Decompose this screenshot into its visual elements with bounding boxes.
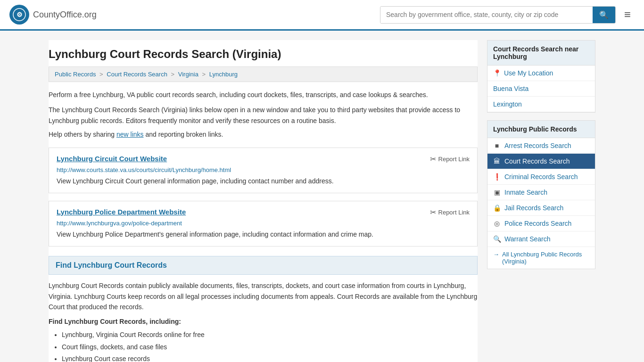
sidebar-nearby-title: Court Records Search near Lynchburg — [487, 41, 595, 66]
link-card-title-2[interactable]: Lynchburg Police Department Website — [57, 208, 186, 216]
nearby-buena-vista[interactable]: Buena Vista — [487, 81, 595, 97]
share-new-links[interactable]: new links — [116, 131, 144, 138]
bullet-list: Lynchburg, Virginia Court Records online… — [49, 329, 478, 362]
logo-area: ⚙ CountyOffice.org — [9, 5, 97, 25]
breadcrumb-sep-1: > — [99, 71, 105, 78]
link-card-title-1[interactable]: Lynchburg Circuit Court Website — [57, 155, 167, 163]
link-card-header-1: Lynchburg Circuit Court Website ✂ Report… — [57, 155, 470, 164]
jail-records-icon: 🔒 — [493, 204, 501, 212]
logo-suffix: .org — [82, 10, 97, 19]
bullet-2: Court filings, dockets, and case files — [62, 341, 478, 353]
link-card-police-dept: Lynchburg Police Department Website ✂ Re… — [49, 201, 478, 247]
arrest-records-icon: ■ — [493, 142, 501, 149]
sidebar-item-police-records[interactable]: ◎ Police Records Search — [487, 216, 595, 231]
bullet-1: Lynchburg, Virginia Court Records online… — [62, 329, 478, 341]
logo-name: CountyOffice — [33, 10, 82, 19]
all-records-link[interactable]: → All Lynchburg Public Records (Virginia… — [487, 247, 595, 269]
link-url-1[interactable]: http://www.courts.state.va.us/courts/cir… — [57, 166, 470, 173]
sidebar-item-arrest-records[interactable]: ■ Arrest Records Search — [487, 138, 595, 154]
report-link-1[interactable]: ✂ Report Link — [430, 155, 470, 164]
logo-text: CountyOffice.org — [33, 10, 97, 20]
breadcrumb-sep-3: > — [202, 71, 207, 78]
all-records-label: All Lynchburg Public Records (Virginia) — [502, 251, 589, 265]
sidebar: Court Records Search near Lynchburg 📍 Us… — [487, 40, 595, 362]
sidebar-item-inmate-search[interactable]: ▣ Inmate Search — [487, 185, 595, 200]
use-location-label: Use My Location — [504, 69, 553, 77]
report-link-2[interactable]: ✂ Report Link — [430, 208, 470, 217]
sidebar-nearby-section: Court Records Search near Lynchburg 📍 Us… — [487, 40, 595, 113]
all-records-arrow-icon: → — [493, 251, 499, 258]
share-prefix: Help others by sharing — [49, 131, 116, 138]
inmate-search-label: Inmate Search — [504, 189, 547, 196]
find-section-header: Find Lynchburg Court Records — [49, 256, 478, 275]
page-title: Lynchburg Court Records Search (Virginia… — [49, 40, 478, 66]
inmate-search-icon: ▣ — [493, 189, 501, 196]
court-records-icon: 🏛 — [493, 157, 501, 165]
description-1: Perform a free Lynchburg, VA public cour… — [49, 90, 478, 100]
breadcrumb-public-records[interactable]: Public Records — [55, 71, 96, 78]
nearby-lexington[interactable]: Lexington — [487, 97, 595, 112]
arrest-records-label: Arrest Records Search — [504, 142, 571, 149]
link-card-circuit-court: Lynchburg Circuit Court Website ✂ Report… — [49, 148, 478, 193]
police-records-icon: ◎ — [493, 220, 501, 227]
search-bar: 🔍 — [380, 6, 616, 24]
report-label-1: Report Link — [438, 156, 470, 163]
search-button[interactable]: 🔍 — [593, 7, 615, 23]
warrant-search-icon: 🔍 — [493, 235, 501, 243]
logo-icon: ⚙ — [9, 5, 29, 25]
report-label-2: Report Link — [438, 209, 470, 216]
police-records-label: Police Records Search — [504, 220, 571, 227]
share-suffix: and reporting broken links. — [144, 131, 223, 138]
location-pin-icon: 📍 — [493, 69, 501, 77]
bullet-3: Lynchburg Court case records — [62, 353, 478, 362]
sidebar-item-criminal-records[interactable]: ❗ Criminal Records Search — [487, 169, 595, 185]
find-section-description: Lynchburg Court Records contain publicly… — [49, 280, 478, 312]
breadcrumb-virginia[interactable]: Virginia — [178, 71, 198, 78]
report-icon-2: ✂ — [430, 208, 436, 217]
jail-records-label: Jail Records Search — [504, 204, 563, 212]
description-2: The Lynchburg Court Records Search (Virg… — [49, 105, 478, 126]
use-my-location[interactable]: 📍 Use My Location — [487, 66, 595, 81]
sidebar-public-records-title: Lynchburg Public Records — [487, 121, 595, 138]
link-card-header-2: Lynchburg Police Department Website ✂ Re… — [57, 208, 470, 217]
breadcrumb-court-records-search[interactable]: Court Records Search — [107, 71, 167, 78]
link-url-2[interactable]: http://www.lynchburgva.gov/police-depart… — [57, 220, 470, 227]
court-records-label: Court Records Search — [504, 157, 570, 165]
site-header: ⚙ CountyOffice.org 🔍 ≡ — [0, 0, 644, 31]
svg-text:⚙: ⚙ — [17, 11, 23, 18]
sidebar-public-records-section: Lynchburg Public Records ■ Arrest Record… — [487, 120, 595, 269]
main-content: Lynchburg Court Records Search (Virginia… — [49, 40, 478, 362]
including-title: Find Lynchburg Court Records, including: — [49, 318, 478, 325]
hamburger-menu[interactable]: ≡ — [620, 6, 635, 23]
breadcrumb-lynchburg[interactable]: Lynchburg — [209, 71, 238, 78]
link-desc-1: View Lynchburg Circuit Court general inf… — [57, 176, 470, 186]
sidebar-item-warrant-search[interactable]: 🔍 Warrant Search — [487, 231, 595, 247]
warrant-search-label: Warrant Search — [504, 235, 551, 243]
share-line: Help others by sharing new links and rep… — [49, 131, 478, 138]
sidebar-item-court-records[interactable]: 🏛 Court Records Search — [487, 154, 595, 169]
main-container: Lynchburg Court Records Search (Virginia… — [39, 31, 605, 362]
breadcrumb-sep-2: > — [171, 71, 176, 78]
sidebar-item-jail-records[interactable]: 🔒 Jail Records Search — [487, 200, 595, 216]
link-desc-2: View Lynchburg Police Department's gener… — [57, 230, 470, 239]
header-right: 🔍 ≡ — [380, 6, 635, 24]
search-input[interactable] — [380, 7, 593, 23]
criminal-records-icon: ❗ — [493, 173, 501, 181]
report-icon-1: ✂ — [430, 155, 436, 164]
breadcrumb: Public Records > Court Records Search > … — [49, 66, 478, 82]
criminal-records-label: Criminal Records Search — [504, 173, 578, 181]
